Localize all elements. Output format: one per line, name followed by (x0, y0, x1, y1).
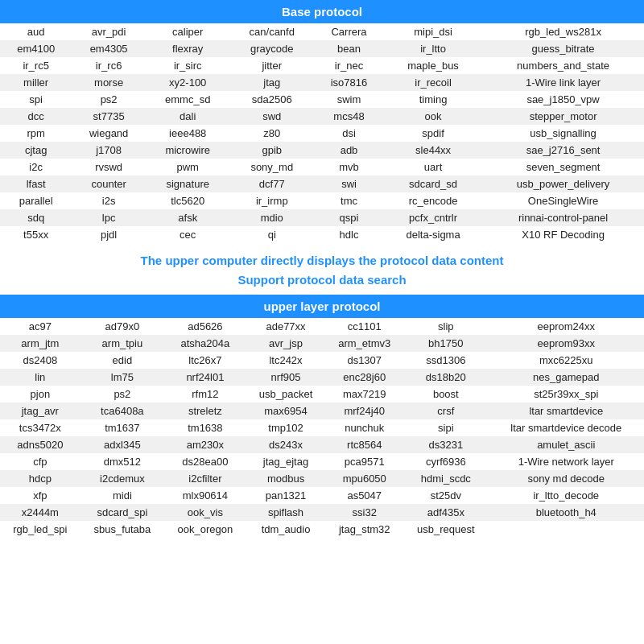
table-cell: ds3231 (403, 436, 488, 453)
table-cell: jtag_avr (0, 402, 80, 419)
table-cell: nrf905 (246, 369, 326, 386)
table-cell: dcc (0, 108, 72, 125)
table-cell: max7219 (325, 386, 403, 402)
table-cell: j1708 (72, 142, 146, 159)
upper-protocol-table: ac97ad79x0ad5626ade77xxcc1101slipeeprom2… (0, 318, 644, 538)
base-protocol-header: Base protocol (0, 0, 644, 23)
table-cell: em4100 (0, 40, 72, 57)
table-cell: maple_bus (384, 57, 482, 74)
table-cell: flexray (146, 40, 230, 57)
table-cell: usb_signalling (482, 125, 644, 142)
table-cell: nes_gamepad (489, 369, 644, 386)
table-cell: avr_pdi (72, 23, 146, 40)
table-cell: ir_irmp (229, 192, 314, 209)
table-cell: ps2 (72, 91, 146, 108)
table-cell: lm75 (80, 369, 164, 386)
table-cell: delta-sigma (384, 226, 482, 243)
table-cell: crsf (403, 402, 488, 419)
table-cell: st25dv (403, 487, 488, 504)
table-cell: counter (72, 175, 146, 192)
table-cell: 1-Wire network layer (489, 453, 644, 470)
table-cell: graycode (229, 40, 314, 57)
table-cell: dmx512 (80, 453, 164, 470)
table-cell: tmp102 (246, 419, 326, 436)
table-cell: tdm_audio (246, 521, 326, 538)
table-cell: boost (403, 386, 488, 402)
table-cell: st7735 (72, 108, 146, 125)
table-cell: usb_request (403, 521, 488, 538)
table-cell: rinnai-control-panel (482, 209, 644, 226)
table-cell: dcf77 (229, 175, 314, 192)
table-cell: rtc8564 (325, 436, 403, 453)
table-cell: tcs3472x (0, 419, 80, 436)
table-cell: x2444m (0, 504, 80, 521)
table-cell: streletz (164, 402, 246, 419)
table-cell: mdio (229, 209, 314, 226)
table-cell: mlx90614 (164, 487, 246, 504)
table-cell: uart (384, 159, 482, 175)
table-cell: midi (80, 487, 164, 504)
table-cell: rgb_led_ws281x (482, 23, 644, 40)
table-cell: Carrera (314, 23, 384, 40)
table-cell: mpu6050 (325, 470, 403, 487)
table-cell: guess_bitrate (482, 40, 644, 57)
table-cell: modbus (246, 470, 326, 487)
table-cell: jtag_ejtag (246, 453, 326, 470)
table-cell: ltc26x7 (164, 352, 246, 369)
promo-text: The upper computer directly displays the… (0, 243, 644, 295)
table-cell: ir_ltto_decode (489, 487, 644, 504)
table-cell: mipi_dsi (384, 23, 482, 40)
table-cell: rfm12 (164, 386, 246, 402)
table-cell: gpib (229, 142, 314, 159)
table-cell: miller (0, 74, 72, 91)
table-cell: sda2506 (229, 91, 314, 108)
table-cell: spdif (384, 125, 482, 142)
table-cell: ook_oregon (164, 521, 246, 538)
table-cell: ad79x0 (80, 318, 164, 335)
table-cell: dsi (314, 125, 384, 142)
table-cell: spi (0, 91, 72, 108)
table-cell: arm_etmv3 (325, 335, 403, 352)
base-protocol-table: audavr_pdicalipercan/canfdCarreramipi_ds… (0, 23, 644, 243)
table-cell: hdmi_scdc (403, 470, 488, 487)
table-cell: pjdl (72, 226, 146, 243)
table-cell: rvswd (72, 159, 146, 175)
table-cell: ir_nec (314, 57, 384, 74)
table-cell: jtag (229, 74, 314, 91)
table-cell: mcs48 (314, 108, 384, 125)
table-cell: sae_j2716_sent (482, 142, 644, 159)
table-cell: afsk (146, 209, 230, 226)
promo-line1: The upper computer directly displays the… (3, 251, 641, 270)
table-cell: nunchuk (325, 419, 403, 436)
table-cell: ook_vis (164, 504, 246, 521)
table-cell: tm1638 (164, 419, 246, 436)
table-cell: tca6408a (80, 402, 164, 419)
table-cell: microwire (146, 142, 230, 159)
table-cell: mxc6225xu (489, 352, 644, 369)
table-cell: amulet_ascii (489, 436, 644, 453)
table-cell: avr_jsp (246, 335, 326, 352)
table-cell: max6954 (246, 402, 326, 419)
table-cell: st25r39xx_spi (489, 386, 644, 402)
table-cell: bean (314, 40, 384, 57)
table-cell: z80 (229, 125, 314, 142)
table-cell: aud (0, 23, 72, 40)
table-cell: ir_ltto (384, 40, 482, 57)
table-cell: emmc_sd (146, 91, 230, 108)
table-cell: ltar smartdevice decode (489, 419, 644, 436)
table-cell: ir_sirc (146, 57, 230, 74)
table-cell: nrf24l01 (164, 369, 246, 386)
table-cell: tmc (314, 192, 384, 209)
table-cell: ir_rc6 (72, 57, 146, 74)
table-cell: lin (0, 369, 80, 386)
table-cell: seven_segment (482, 159, 644, 175)
table-cell: caliper (146, 23, 230, 40)
table-cell: mrf24j40 (325, 402, 403, 419)
table-cell: iso7816 (314, 74, 384, 91)
table-cell: hdcp (0, 470, 80, 487)
table-cell: rgb_led_spi (0, 521, 80, 538)
table-cell: jtag_stm32 (325, 521, 403, 538)
table-cell: signature (146, 175, 230, 192)
table-cell: dali (146, 108, 230, 125)
table-cell: morse (72, 74, 146, 91)
